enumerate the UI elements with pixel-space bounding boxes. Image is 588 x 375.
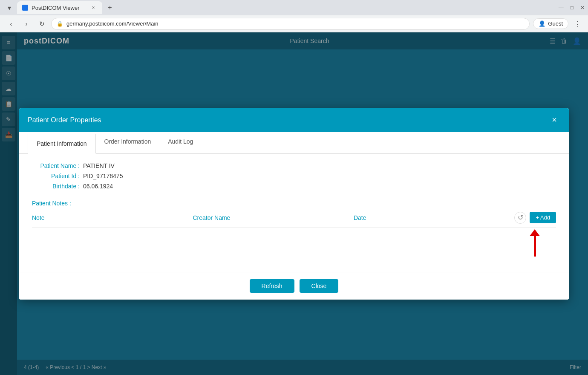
modal-content: Patient Name : PATIENT IV Patient Id : P… (19, 154, 569, 272)
patient-notes-label: Patient Notes : (32, 200, 556, 207)
patient-id-row: Patient Id : PID_97178475 (32, 173, 556, 179)
red-arrow-body (534, 236, 536, 257)
tab-audit-log[interactable]: Audit Log (159, 132, 202, 154)
close-button[interactable]: Close (300, 279, 339, 293)
tab-title: PostDICOM Viewer (32, 5, 79, 11)
window-controls: — □ ✕ (559, 5, 585, 11)
back-button[interactable]: ‹ (5, 18, 17, 30)
modal-header: Patient Order Properties × (19, 108, 569, 132)
refresh-button[interactable]: Refresh (250, 279, 294, 293)
patient-info-section: Patient Name : PATIENT IV Patient Id : P… (32, 162, 556, 190)
modal-footer: Refresh Close (19, 272, 569, 300)
guest-button[interactable]: 👤 Guest (533, 18, 568, 29)
patient-name-label: Patient Name : (32, 162, 83, 169)
modal-tabs: Patient Information Order Information Au… (19, 132, 569, 154)
tab-patient-information[interactable]: Patient Information (28, 134, 96, 154)
new-tab-dropdown[interactable]: ▾ (3, 2, 15, 14)
browser-tab[interactable]: PostDICOM Viewer × (17, 1, 102, 14)
notes-col-date-header: Date (354, 214, 514, 221)
browser-toolbar: ‹ › ↻ 🔒 germany.postdicom.com/Viewer/Mai… (0, 15, 588, 32)
notes-refresh-icon-button[interactable]: ↺ (514, 212, 526, 224)
add-note-button[interactable]: + Add (530, 212, 556, 223)
close-window-button[interactable]: ✕ (580, 5, 585, 11)
minimize-button[interactable]: — (559, 5, 564, 11)
app-background: ≡ 📄 ☉ ☁ 📋 ✎ 📥 postDICOM Patient Search ☰… (0, 32, 588, 375)
tab-order-information[interactable]: Order Information (96, 132, 160, 154)
red-arrow-wrapper (530, 229, 544, 263)
patient-birthdate-value: 06.06.1924 (83, 183, 113, 190)
notes-table-header: Note Creator Name Date ↺ + Add (32, 212, 556, 228)
patient-birthdate-row: Birthdate : 06.06.1924 (32, 183, 556, 190)
notes-col-note-header: Note (32, 214, 193, 221)
url-text: germany.postdicom.com/Viewer/Main (66, 20, 159, 27)
red-arrow-head (530, 229, 540, 236)
title-bar: ▾ PostDICOM Viewer × + — □ ✕ (0, 0, 588, 15)
forward-button[interactable]: › (20, 18, 32, 30)
notes-actions: ↺ + Add (514, 212, 556, 224)
patient-id-value: PID_97178475 (83, 173, 123, 179)
guest-label: Guest (548, 20, 563, 27)
tab-close-button[interactable]: × (89, 4, 97, 12)
patient-name-row: Patient Name : PATIENT IV (32, 162, 556, 169)
patient-id-label: Patient Id : (32, 173, 83, 179)
red-arrow-annotation (32, 229, 556, 263)
modal-close-button[interactable]: × (548, 114, 560, 126)
lock-icon: 🔒 (57, 21, 63, 27)
address-bar[interactable]: 🔒 germany.postdicom.com/Viewer/Main (51, 18, 530, 30)
new-tab-button[interactable]: + (104, 2, 116, 14)
more-options-button[interactable]: ⋮ (572, 19, 583, 29)
account-icon: 👤 (539, 20, 545, 27)
patient-name-value: PATIENT IV (83, 162, 115, 169)
notes-col-creator-header: Creator Name (193, 214, 353, 221)
modal-overlay: Patient Order Properties × Patient Infor… (0, 32, 588, 375)
browser-chrome: ▾ PostDICOM Viewer × + — □ ✕ ‹ › ↻ 🔒 ger… (0, 0, 588, 32)
patient-order-modal: Patient Order Properties × Patient Infor… (19, 108, 569, 300)
maximize-button[interactable]: □ (571, 5, 574, 11)
tab-favicon (22, 5, 28, 11)
modal-title: Patient Order Properties (28, 116, 101, 124)
patient-birthdate-label: Birthdate : (32, 183, 83, 190)
reload-button[interactable]: ↻ (36, 18, 48, 30)
